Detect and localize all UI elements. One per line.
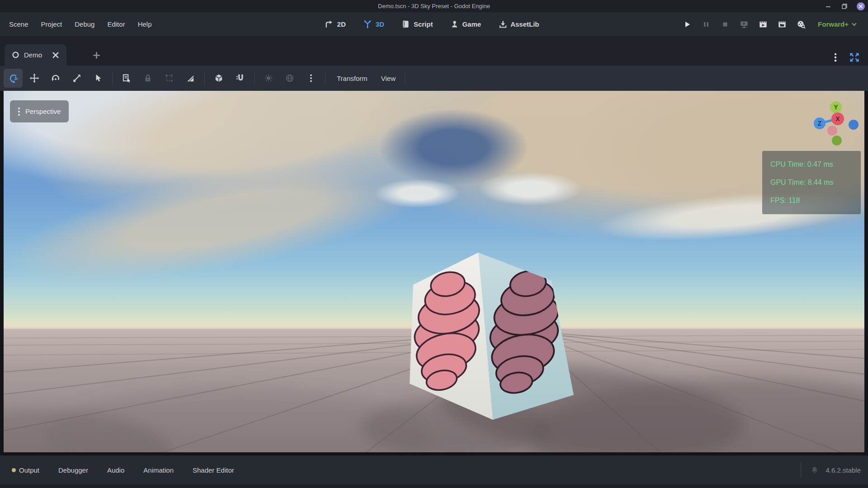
toolbar-separator <box>254 72 255 84</box>
tab-close-icon[interactable] <box>52 52 59 59</box>
rotate-mode-button[interactable] <box>46 69 65 88</box>
move-mode-icon <box>29 73 39 83</box>
cursor-icon <box>93 73 103 83</box>
environment-globe-icon <box>285 73 295 83</box>
scale-mode-button[interactable] <box>67 69 86 88</box>
pause-button[interactable] <box>699 18 713 31</box>
scene-tab-demo[interactable]: Demo <box>5 44 66 66</box>
play-scene-button[interactable] <box>756 18 770 31</box>
expand-viewport-icon[interactable] <box>849 52 860 63</box>
remote-play-icon <box>739 19 749 29</box>
menu-bar: Scene Project Debug Editor Help 2D 3D <box>0 12 868 36</box>
movie-maker-icon <box>796 19 806 29</box>
minimize-icon <box>825 3 831 9</box>
scene-icon <box>12 51 19 59</box>
select-mode-icon <box>8 73 19 84</box>
menu-editor[interactable]: Editor <box>101 18 131 31</box>
toolbar-separator <box>204 72 205 84</box>
preview-sunlight-button[interactable] <box>259 69 278 88</box>
axis-y-label: Y <box>834 103 838 111</box>
sun-environment-settings-button[interactable] <box>302 69 321 88</box>
cube-mesh[interactable] <box>409 253 574 420</box>
toolbar-separator <box>325 72 326 84</box>
window-controls <box>824 0 865 12</box>
title-bar: Demo.tscn - 3D Sky Preset - Godot Engine <box>0 0 868 12</box>
maximize-icon <box>841 3 848 9</box>
workspace-game-button[interactable]: Game <box>444 17 486 32</box>
snap-magnet-icon <box>235 73 245 83</box>
panel-output-button[interactable]: Output <box>5 463 46 478</box>
minimize-button[interactable] <box>824 2 833 11</box>
group-button[interactable] <box>160 69 179 88</box>
workspace-3d-button[interactable]: 3D <box>358 17 390 32</box>
axis-neg-z-ball[interactable] <box>849 120 859 130</box>
play-remote-button[interactable] <box>737 18 751 31</box>
3d-viewport[interactable]: Perspective Y Z X CPU Time: 0.47 ms GPU … <box>4 91 864 452</box>
stop-icon <box>721 20 730 29</box>
menu-project[interactable]: Project <box>35 18 69 31</box>
move-mode-button[interactable] <box>25 69 44 88</box>
notification-bell-icon[interactable] <box>810 465 819 474</box>
selectable-list-button[interactable] <box>89 69 108 88</box>
window-title: Demo.tscn - 3D Sky Preset - Godot Engine <box>378 3 490 9</box>
view-menu[interactable]: View <box>374 71 402 86</box>
kebab-menu-icon <box>18 108 20 116</box>
fps: FPS: 118 <box>770 197 853 205</box>
spatial-toolbar: Transform View <box>0 66 868 91</box>
close-button[interactable] <box>856 2 865 11</box>
toolbar-separator <box>405 72 405 84</box>
axis-x-label: X <box>835 115 840 122</box>
stop-button[interactable] <box>718 18 732 31</box>
plus-icon <box>93 52 100 59</box>
bottom-panel-bar: Output Debugger Audio Animation Shader E… <box>0 455 868 484</box>
workspace-switcher: 2D 3D Script <box>319 12 545 36</box>
tab-list-menu-icon[interactable] <box>832 52 839 62</box>
lock-button[interactable] <box>138 69 157 88</box>
scale-mode-icon <box>72 73 82 83</box>
transform-menu[interactable]: Transform <box>330 71 374 86</box>
panel-animation-button[interactable]: Animation <box>137 463 180 478</box>
window-bottom-strip <box>0 484 868 488</box>
workspace-2d-button[interactable]: 2D <box>319 17 351 32</box>
axis-gizmo[interactable]: Y Z X <box>809 92 864 148</box>
menu-debug[interactable]: Debug <box>68 18 101 31</box>
playback-controls: Forward+ <box>680 12 857 36</box>
panel-debugger-button[interactable]: Debugger <box>52 463 94 478</box>
local-space-cube-icon <box>214 73 224 83</box>
workspace-assetlib-button[interactable]: AssetLib <box>493 17 544 32</box>
select-mode-button[interactable] <box>4 69 23 88</box>
play-custom-scene-button[interactable] <box>775 18 789 31</box>
ruler-mode-button[interactable] <box>181 69 200 88</box>
menu-help[interactable]: Help <box>132 18 158 31</box>
list-select-button[interactable] <box>117 69 136 88</box>
view-menu-button[interactable]: Perspective <box>10 100 69 122</box>
snap-button[interactable] <box>231 69 250 88</box>
workspace-script-button[interactable]: Script <box>396 17 439 32</box>
panel-audio-button[interactable]: Audio <box>101 463 131 478</box>
preview-environment-button[interactable] <box>280 69 299 88</box>
3d-icon <box>363 19 373 29</box>
tab-label: Demo <box>24 51 42 59</box>
version-label: 4.6.2.stable <box>826 466 861 474</box>
renderer-dropdown[interactable]: Forward+ <box>818 20 857 28</box>
panel-shader-editor-button[interactable]: Shader Editor <box>186 463 241 478</box>
axis-z-label: Z <box>818 120 822 127</box>
movie-maker-button[interactable] <box>794 18 808 31</box>
game-icon <box>450 20 459 29</box>
play-button[interactable] <box>680 18 694 31</box>
axis-neg-x-ball[interactable] <box>827 126 837 136</box>
local-space-button[interactable] <box>209 69 228 88</box>
script-icon <box>401 20 410 29</box>
group-icon <box>164 73 174 83</box>
viewport-area: Perspective Y Z X CPU Time: 0.47 ms GPU … <box>0 91 868 455</box>
ruler-icon <box>185 73 195 83</box>
bottom-panels: Output Debugger Audio Animation Shader E… <box>5 463 241 478</box>
gpu-time: GPU Time: 8.44 ms <box>770 178 853 187</box>
maximize-button[interactable] <box>840 2 849 11</box>
pause-icon <box>702 20 711 29</box>
godot-editor-window: Demo.tscn - 3D Sky Preset - Godot Engine… <box>0 0 868 488</box>
axis-neg-y-ball[interactable] <box>832 136 842 145</box>
add-scene-tab-button[interactable] <box>90 48 103 62</box>
play-custom-scene-icon <box>777 19 787 29</box>
menu-scene[interactable]: Scene <box>3 18 35 31</box>
